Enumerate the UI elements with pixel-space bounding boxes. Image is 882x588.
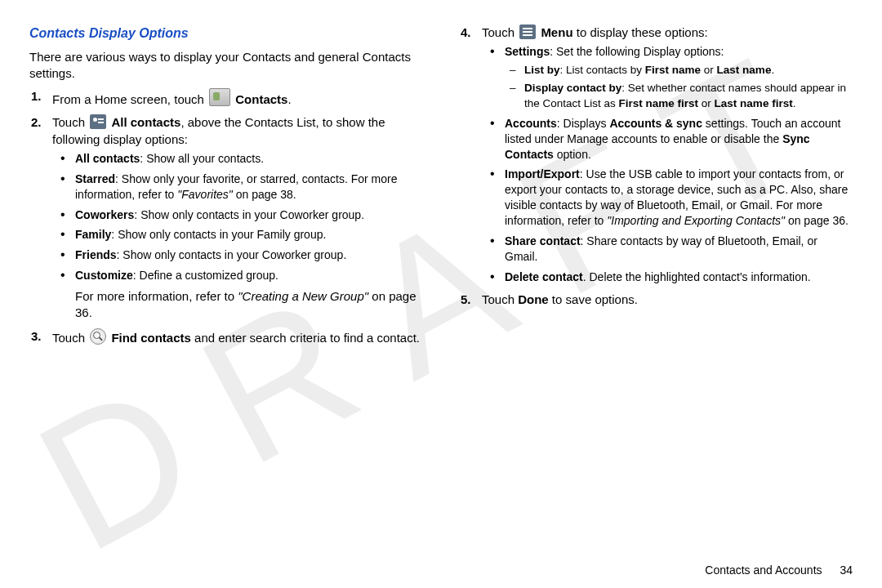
opt-text: : Show all your contacts. (140, 152, 264, 165)
section-heading: Contacts Display Options (29, 24, 423, 42)
step3-label: Find contacts (111, 331, 191, 345)
sub-text: : List contacts by (560, 64, 645, 76)
steps-list-right: Touch Menu to display these options: Set… (459, 24, 853, 308)
sub-or: or (701, 64, 717, 76)
opt-family: Family: Show only contacts in your Famil… (72, 227, 423, 243)
opt-label: Accounts (505, 117, 557, 130)
settings-sublist: List by: List contacts by First name or … (505, 63, 853, 111)
opt-label: Family (75, 228, 111, 241)
step-3: Touch Find contacts and enter search cri… (47, 328, 423, 346)
contacts-app-icon (209, 88, 230, 106)
opt-label: Settings (505, 45, 550, 58)
opt-label: Customize (75, 269, 133, 282)
step5-text-c: to save options. (549, 292, 638, 306)
menu-options-list: Settings: Set the following Display opti… (482, 44, 853, 284)
opt-text: . Delete the highlighted contact's infor… (583, 270, 811, 283)
opt-all-contacts: All contacts: Show all your contacts. (72, 151, 423, 167)
opt-coworkers: Coworkers: Show only contacts in your Co… (72, 207, 423, 223)
left-column: Contacts Display Options There are vario… (29, 24, 441, 547)
opt-import-export: Import/Export: Use the USB cable to impo… (501, 167, 853, 229)
step5-text-a: Touch (482, 292, 518, 306)
sub-label: Display contact by (524, 82, 621, 94)
opt-b1: Accounts & sync (609, 117, 702, 130)
step4-label: Menu (541, 25, 572, 39)
intro-text: There are various ways to display your C… (29, 49, 423, 82)
opt-label: Delete contact (505, 270, 583, 283)
opt-label: Friends (75, 248, 117, 261)
sub-o2: Last name (717, 64, 772, 76)
note-a: For more information, refer to (75, 289, 238, 303)
opt-t3: option. (554, 148, 591, 161)
step4-text-c: to display these options: (573, 25, 708, 39)
page-footer: Contacts and Accounts 34 (705, 564, 853, 577)
opt-text: : Define a customized group. (133, 269, 278, 282)
opt-t2: on page 36. (785, 214, 849, 227)
sub-end: . (771, 64, 774, 76)
opt-label: Share contact (505, 234, 581, 247)
page-body: Contacts Display Options There are vario… (0, 0, 882, 555)
opt-text: : Set the following Display options: (550, 45, 724, 58)
sub-end: . (793, 97, 796, 109)
sub-display-contact-by: Display contact by: Set whether contact … (519, 81, 853, 110)
opt-label: Coworkers (75, 208, 134, 221)
opt-ref: "Importing and Exporting Contacts" (607, 214, 785, 227)
opt-friends: Friends: Show only contacts in your Cowo… (72, 247, 423, 263)
opt-delete-contact: Delete contact. Delete the highlighted c… (501, 270, 853, 285)
contacts-header-icon (90, 114, 106, 129)
opt-label: Import/Export (505, 167, 580, 180)
more-info-note: For more information, refer to "Creating… (75, 288, 423, 322)
opt-accounts: Accounts: Displays Accounts & sync setti… (501, 116, 853, 163)
step2-label: All contacts (111, 115, 180, 129)
step2-text-a: Touch (52, 115, 88, 129)
step-1: From a Home screen, touch Contacts. (47, 88, 423, 108)
menu-icon (519, 24, 536, 39)
sub-o1: First name (645, 64, 701, 76)
opt-text: : Show only contacts in your Coworker gr… (134, 208, 364, 221)
search-icon (90, 328, 106, 345)
step-2: Touch All contacts, above the Contacts L… (47, 114, 423, 321)
note-ref: "Creating a New Group" (238, 289, 368, 303)
opt-text: : Show only contacts in your Family grou… (111, 228, 326, 241)
sub-o1: First name first (619, 97, 699, 109)
step5-label: Done (518, 292, 549, 306)
right-column: Touch Menu to display these options: Set… (441, 24, 853, 547)
opt-pg: on page 38. (233, 188, 296, 201)
opt-ref: "Favorites" (177, 188, 233, 201)
step1-label: Contacts (235, 92, 287, 106)
opt-share-contact: Share contact: Share contacts by way of … (501, 234, 853, 265)
step1-text-a: From a Home screen, touch (52, 92, 207, 106)
step-5: Touch Done to save options. (477, 292, 853, 308)
display-options-list: All contacts: Show all your contacts. St… (52, 151, 423, 283)
step3-text-a: Touch (52, 331, 88, 345)
steps-list-left: From a Home screen, touch Contacts. Touc… (29, 88, 423, 346)
sub-o2: Last name first (715, 97, 793, 109)
step-4: Touch Menu to display these options: Set… (477, 24, 853, 285)
sub-label: List by (524, 64, 560, 76)
opt-label: Starred (75, 172, 115, 185)
sub-or: or (698, 97, 715, 109)
opt-starred: Starred: Show only your favorite, or sta… (72, 172, 423, 203)
opt-settings: Settings: Set the following Display opti… (501, 44, 853, 111)
opt-text: : Show only contacts in your Coworker gr… (117, 248, 347, 261)
footer-page-number: 34 (840, 564, 853, 577)
sub-list-by: List by: List contacts by First name or … (519, 63, 853, 78)
step3-text-c: and enter search criteria to find a cont… (191, 331, 420, 345)
step4-text-a: Touch (482, 25, 518, 39)
footer-section: Contacts and Accounts (705, 564, 822, 577)
opt-label: All contacts (75, 152, 140, 165)
step1-text-c: . (287, 92, 291, 106)
opt-customize: Customize: Define a customized group. (72, 268, 423, 283)
opt-t1: : Displays (557, 117, 610, 130)
